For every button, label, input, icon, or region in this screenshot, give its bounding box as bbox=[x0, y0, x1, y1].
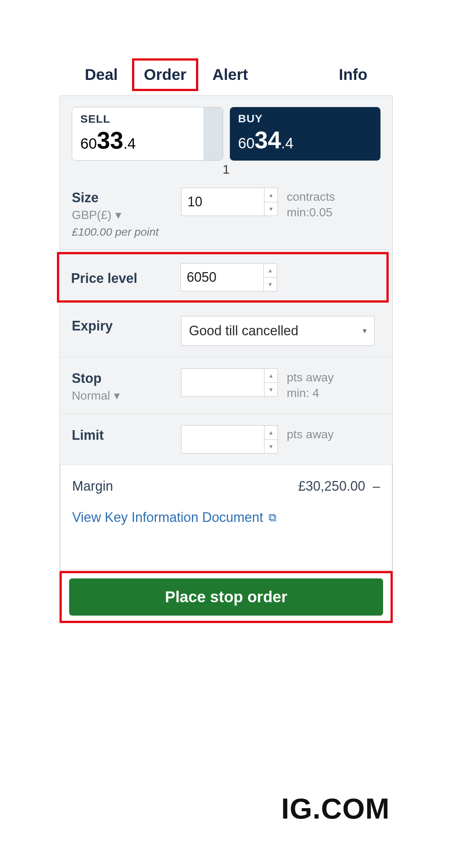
chevron-up-icon bbox=[269, 428, 273, 436]
limit-row: Limit pts away bbox=[60, 414, 392, 465]
sell-big: 33 bbox=[97, 127, 123, 154]
limit-step-up[interactable] bbox=[264, 426, 277, 440]
size-unit: contracts bbox=[287, 189, 335, 205]
chevron-down-icon bbox=[269, 385, 273, 394]
stop-row: Stop Normal pts away min: 4 bbox=[60, 357, 392, 414]
tab-order[interactable]: Order bbox=[132, 58, 198, 91]
tab-alert[interactable]: Alert bbox=[198, 59, 262, 90]
ticket-tabs: Deal Order Alert Info bbox=[60, 54, 393, 96]
buy-button[interactable]: BUY 6034.4 bbox=[230, 107, 380, 161]
expiry-select[interactable]: Good till cancelled bbox=[181, 316, 375, 346]
size-row: Size GBP(£) £100.00 per point contracts … bbox=[60, 177, 392, 250]
size-currency-text: GBP(£) bbox=[72, 208, 112, 222]
stop-step-up[interactable] bbox=[264, 369, 277, 383]
tab-info[interactable]: Info bbox=[325, 59, 382, 90]
kid-link[interactable]: View Key Information Document ⧉ bbox=[72, 510, 380, 525]
stop-spinner bbox=[264, 369, 277, 396]
chevron-down-icon bbox=[269, 280, 272, 288]
stop-min: min: 4 bbox=[287, 385, 334, 401]
price-level-row: Price level bbox=[57, 252, 389, 303]
sell-button[interactable]: SELL 6033.4 bbox=[72, 107, 223, 161]
sell-frac: .4 bbox=[123, 135, 136, 152]
limit-spinner bbox=[264, 426, 277, 453]
size-label: Size bbox=[72, 190, 172, 206]
chevron-down-icon bbox=[115, 208, 121, 222]
chevron-down-icon bbox=[269, 205, 273, 213]
limit-meta: pts away bbox=[287, 425, 334, 442]
buy-label: BUY bbox=[238, 112, 372, 125]
margin-section: Margin £30,250.00 – View Key Information… bbox=[60, 465, 392, 570]
order-ticket-panel: Deal Order Alert Info SELL 6033.4 BUY 60… bbox=[60, 54, 393, 623]
chevron-up-icon bbox=[269, 191, 273, 199]
price-level-stepper[interactable] bbox=[180, 263, 277, 291]
margin-label: Margin bbox=[72, 478, 113, 494]
expiry-value: Good till cancelled bbox=[189, 323, 298, 339]
tab-deal[interactable]: Deal bbox=[71, 59, 132, 90]
external-link-icon: ⧉ bbox=[269, 511, 276, 524]
limit-stepper[interactable] bbox=[181, 425, 278, 454]
price-level-step-down[interactable] bbox=[264, 278, 277, 291]
chevron-down-icon bbox=[363, 326, 367, 336]
stop-step-down[interactable] bbox=[264, 383, 277, 397]
place-order-button[interactable]: Place stop order bbox=[69, 578, 383, 616]
chevron-up-icon bbox=[269, 266, 272, 274]
price-level-label: Price level bbox=[71, 271, 171, 286]
sell-label: SELL bbox=[80, 113, 215, 125]
size-meta: contracts min:0.05 bbox=[287, 188, 335, 220]
stop-type-selector[interactable]: Normal bbox=[72, 388, 172, 403]
size-step-down[interactable] bbox=[264, 202, 277, 216]
stop-unit: pts away bbox=[287, 370, 334, 385]
buy-frac: .4 bbox=[281, 135, 293, 151]
stop-stepper[interactable] bbox=[181, 368, 278, 397]
limit-label: Limit bbox=[72, 427, 172, 443]
size-per-point: £100.00 per point bbox=[72, 226, 172, 238]
size-stepper[interactable] bbox=[181, 188, 278, 216]
size-spinner bbox=[264, 188, 277, 216]
expiry-row: Expiry Good till cancelled bbox=[60, 305, 392, 357]
limit-step-down[interactable] bbox=[264, 440, 277, 454]
spread-value: 1 bbox=[60, 162, 392, 177]
ticket-body: SELL 6033.4 BUY 6034.4 1 Size GBP(£) £ bbox=[60, 96, 393, 570]
price-buttons: SELL 6033.4 BUY 6034.4 bbox=[60, 96, 392, 164]
stop-input[interactable] bbox=[181, 369, 264, 396]
margin-suffix: – bbox=[373, 478, 380, 494]
size-currency-selector[interactable]: GBP(£) bbox=[72, 208, 172, 222]
size-min: min:0.05 bbox=[287, 205, 335, 220]
stop-label: Stop bbox=[72, 371, 172, 386]
size-step-up[interactable] bbox=[264, 188, 277, 202]
price-level-input[interactable] bbox=[181, 264, 263, 291]
brand-watermark: IG.COM bbox=[281, 792, 390, 826]
chevron-down-icon bbox=[269, 442, 273, 451]
size-input[interactable] bbox=[181, 188, 264, 216]
buy-price: 6034.4 bbox=[238, 126, 372, 154]
submit-highlight: Place stop order bbox=[60, 571, 393, 623]
margin-amount: £30,250.00 bbox=[298, 478, 365, 494]
kid-link-text: View Key Information Document bbox=[72, 510, 263, 525]
margin-value: £30,250.00 – bbox=[298, 478, 380, 494]
expiry-label: Expiry bbox=[72, 318, 172, 334]
sell-prefix: 60 bbox=[80, 135, 97, 152]
price-level-step-up[interactable] bbox=[264, 264, 277, 278]
limit-unit: pts away bbox=[287, 427, 334, 442]
chevron-up-icon bbox=[269, 371, 273, 380]
sell-price: 6033.4 bbox=[80, 127, 215, 154]
buy-prefix: 60 bbox=[238, 135, 255, 151]
buy-big: 34 bbox=[255, 127, 281, 154]
limit-input[interactable] bbox=[181, 426, 264, 453]
price-level-spinner bbox=[263, 264, 277, 291]
stop-type-text: Normal bbox=[72, 389, 110, 403]
stop-meta: pts away min: 4 bbox=[287, 368, 334, 401]
chevron-down-icon bbox=[114, 388, 120, 403]
